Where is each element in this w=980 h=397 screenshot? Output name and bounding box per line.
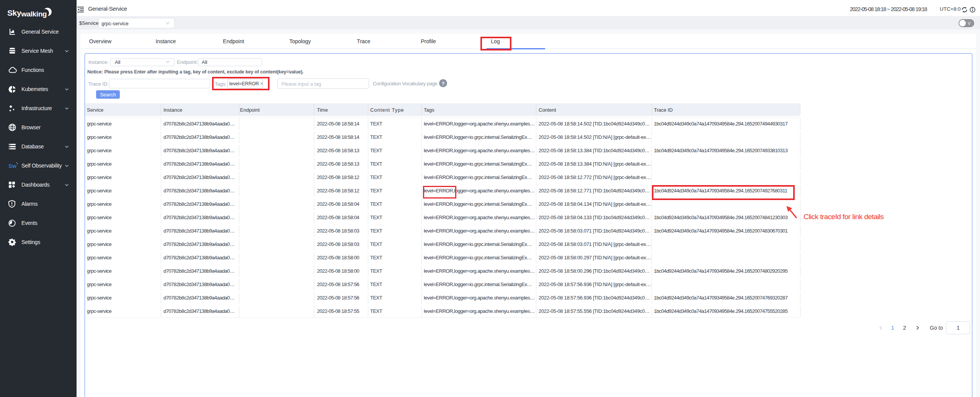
svg-text:Sw: Sw bbox=[8, 163, 17, 169]
